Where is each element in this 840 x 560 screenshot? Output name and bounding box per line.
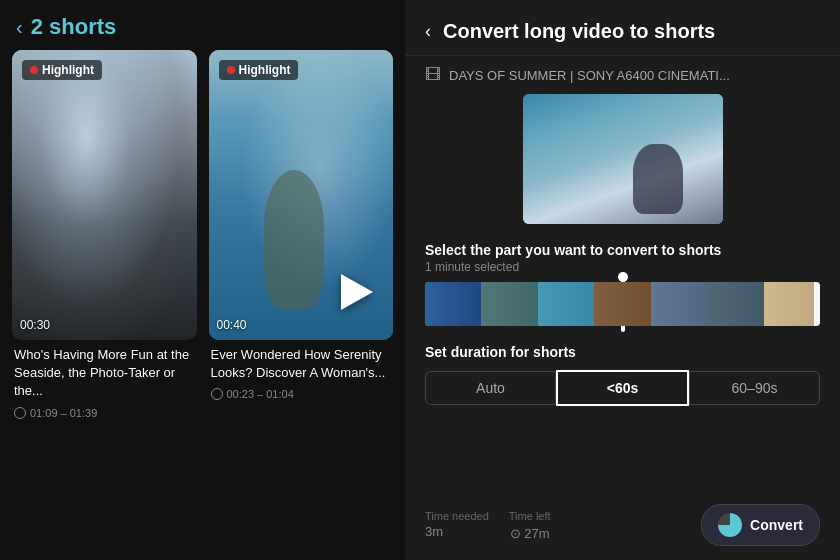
video-card-2[interactable]: Highlight 00:40 Ever Wondered How Sereni…: [209, 50, 394, 560]
convert-button[interactable]: Convert: [701, 504, 820, 546]
highlight-dot-2: [227, 66, 235, 74]
highlight-badge-1: Highlight: [22, 60, 102, 80]
video-duration-2: 00:40: [217, 318, 247, 332]
time-needed-value: 3m: [425, 524, 489, 539]
video-info-row: 🎞 DAYS OF SUMMER | SONY A6400 CINEMATI..…: [405, 56, 840, 94]
select-label: Select the part you want to convert to s…: [405, 234, 840, 260]
right-panel: ‹ Convert long video to shorts 🎞 DAYS OF…: [405, 0, 840, 560]
clock-icon-1: [14, 407, 26, 419]
left-panel: ‹ 2 shorts Highlight 00:30 Who's Having …: [0, 0, 405, 560]
timeline-bar[interactable]: [425, 282, 820, 326]
video-time-range-1: 01:09 – 01:39: [30, 407, 97, 419]
duration-buttons: Auto <60s 60–90s: [405, 370, 840, 406]
highlight-label-1: Highlight: [42, 63, 94, 77]
timeline-segment-3: [538, 282, 594, 326]
convert-label: Convert: [750, 517, 803, 533]
bottom-bar: Time needed 3m Time left ⊙ 27m Convert: [405, 490, 840, 560]
video-name: DAYS OF SUMMER | SONY A6400 CINEMATI...: [449, 68, 730, 83]
duration-label: Set duration for shorts: [405, 336, 840, 370]
video-time-1: 01:09 – 01:39: [12, 407, 197, 427]
timeline-segment-7: [764, 282, 820, 326]
left-header: ‹ 2 shorts: [0, 0, 405, 50]
timeline-segment-6: [707, 282, 763, 326]
video-thumb-1[interactable]: Highlight 00:30: [12, 50, 197, 340]
bottom-info: Time needed 3m Time left ⊙ 27m: [425, 510, 681, 541]
timeline-segment-5: [651, 282, 707, 326]
video-thumb-2[interactable]: Highlight 00:40: [209, 50, 394, 340]
timeline-handle-right[interactable]: [814, 282, 820, 326]
timeline-area[interactable]: [405, 282, 840, 336]
duration-90s-button[interactable]: 60–90s: [689, 371, 820, 405]
play-cursor-icon: [341, 274, 373, 310]
highlight-badge-2: Highlight: [219, 60, 299, 80]
video-duration-1: 00:30: [20, 318, 50, 332]
timeline-segment-2: [481, 282, 537, 326]
video-title-1: Who's Having More Fun at the Seaside, th…: [12, 346, 197, 401]
video-time-range-2: 00:23 – 01:04: [227, 388, 294, 400]
timeline-segment-1: [425, 282, 481, 326]
highlight-dot-1: [30, 66, 38, 74]
right-title: Convert long video to shorts: [443, 20, 715, 43]
preview-thumbnail: [523, 94, 723, 224]
timeline-segment-4: [594, 282, 650, 326]
video-card-1[interactable]: Highlight 00:30 Who's Having More Fun at…: [12, 50, 197, 560]
videos-grid: Highlight 00:30 Who's Having More Fun at…: [0, 50, 405, 560]
clock-icon-2: [211, 388, 223, 400]
time-left-value: ⊙ 27m: [510, 526, 550, 541]
time-left-item: Time left ⊙ 27m: [509, 510, 551, 541]
left-back-button[interactable]: ‹: [16, 16, 23, 39]
time-left-label: Time left: [509, 510, 551, 522]
duration-auto-button[interactable]: Auto: [425, 371, 556, 405]
film-icon: 🎞: [425, 66, 441, 84]
time-needed-label: Time needed: [425, 510, 489, 522]
duration-60s-button[interactable]: <60s: [556, 370, 689, 406]
time-needed-item: Time needed 3m: [425, 510, 489, 541]
page-title: 2 shorts: [31, 14, 117, 40]
convert-icon: [718, 513, 742, 537]
highlight-label-2: Highlight: [239, 63, 291, 77]
preview-area: [405, 94, 840, 234]
right-header: ‹ Convert long video to shorts: [405, 0, 840, 56]
video-time-2: 00:23 – 01:04: [209, 388, 394, 408]
video-title-2: Ever Wondered How Serenity Looks? Discov…: [209, 346, 394, 382]
right-back-button[interactable]: ‹: [425, 21, 431, 42]
